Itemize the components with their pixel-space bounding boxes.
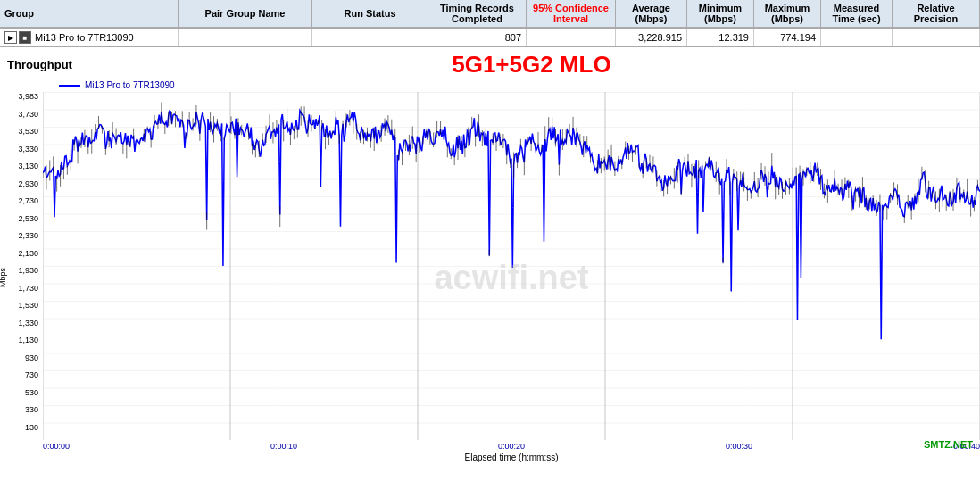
y-tick: 1,930 bbox=[18, 266, 40, 284]
y-tick: 1,730 bbox=[18, 284, 40, 302]
icon-arrow[interactable]: ▶ bbox=[4, 31, 17, 44]
chart-svg-container: acwifi.net bbox=[43, 92, 980, 462]
y-tick: 2,130 bbox=[18, 249, 40, 267]
main-title: 5G1+5G2 MLO bbox=[90, 51, 973, 79]
chart-legend: Mi13 Pro to 7TR13090 bbox=[50, 80, 980, 90]
y-tick-container: 3,9833,7303,5303,3303,1302,9302,7302,530… bbox=[0, 92, 40, 440]
y-tick: 2,930 bbox=[18, 179, 40, 197]
y-tick: 2,730 bbox=[18, 196, 40, 214]
col-header-confidence: 95% Confidence Interval bbox=[527, 0, 616, 28]
x-axis-ticks: 0:00:00 0:00:10 0:00:20 0:00:30 0:00:40 bbox=[43, 442, 980, 451]
data-row: ▶ ■ Mi13 Pro to 7TR13090 807 3,228.915 1… bbox=[0, 29, 980, 47]
svg-rect-1 bbox=[43, 92, 980, 440]
y-tick: 1,330 bbox=[18, 319, 40, 336]
col-header-relative-precision: Relative Precision bbox=[893, 0, 980, 28]
smtz-watermark: SMTZ.NET bbox=[924, 439, 973, 450]
y-tick: 730 bbox=[25, 370, 40, 388]
header-row: Group Pair Group Name Run Status Timing … bbox=[0, 0, 980, 29]
col-header-group: Group bbox=[0, 0, 179, 28]
row-icons: ▶ ■ bbox=[4, 31, 31, 44]
chart-svg bbox=[43, 92, 980, 440]
chart-title-row: Throughput 5G1+5G2 MLO bbox=[0, 47, 980, 79]
y-tick: 330 bbox=[25, 405, 40, 423]
y-tick: 3,983 bbox=[18, 92, 40, 110]
throughput-label: Throughput bbox=[7, 58, 72, 71]
y-tick: 3,130 bbox=[18, 162, 40, 179]
cell-timing-records: 807 bbox=[428, 29, 527, 46]
cell-run-status bbox=[312, 29, 428, 46]
col-header-timing-records: Timing Records Completed bbox=[428, 0, 527, 28]
y-tick: 2,330 bbox=[18, 231, 40, 249]
cell-relative-precision bbox=[893, 29, 980, 46]
x-axis-label: Elapsed time (h:mm:ss) bbox=[43, 452, 980, 462]
col-header-pair-group-name: Pair Group Name bbox=[179, 0, 312, 28]
y-tick: 130 bbox=[25, 423, 40, 441]
x-tick-3: 0:00:30 bbox=[726, 442, 752, 451]
col-header-minimum: Minimum (Mbps) bbox=[687, 0, 754, 28]
cell-pair-group-name bbox=[179, 29, 312, 46]
y-tick: 3,330 bbox=[18, 145, 40, 162]
y-tick: 3,530 bbox=[18, 127, 40, 145]
x-tick-0: 0:00:00 bbox=[43, 442, 70, 451]
y-tick: 930 bbox=[25, 353, 40, 371]
cell-minimum: 12.319 bbox=[687, 29, 754, 46]
y-tick: 3,730 bbox=[18, 110, 40, 128]
y-tick: 1,130 bbox=[18, 336, 40, 353]
legend-item: Mi13 Pro to 7TR13090 bbox=[59, 80, 980, 90]
y-tick: 1,530 bbox=[18, 301, 40, 319]
cell-group-name: ▶ ■ Mi13 Pro to 7TR13090 bbox=[0, 29, 179, 46]
y-tick: 2,530 bbox=[18, 214, 40, 232]
y-tick: 530 bbox=[25, 388, 40, 406]
cell-confidence bbox=[527, 29, 616, 46]
y-axis: Mbps 3,9833,7303,5303,3303,1302,9302,730… bbox=[0, 92, 43, 462]
cell-average: 3,228.915 bbox=[616, 29, 687, 46]
col-header-average: Average (Mbps) bbox=[616, 0, 687, 28]
y-axis-label: Mbps bbox=[0, 267, 7, 286]
chart-area: Throughput 5G1+5G2 MLO Mi13 Pro to 7TR13… bbox=[0, 47, 980, 462]
icon-expand[interactable]: ■ bbox=[19, 31, 31, 44]
col-header-measured-time: Measured Time (sec) bbox=[821, 0, 893, 28]
chart-with-axes: Mbps 3,9833,7303,5303,3303,1302,9302,730… bbox=[0, 92, 980, 462]
legend-text: Mi13 Pro to 7TR13090 bbox=[85, 80, 175, 90]
cell-measured-time bbox=[821, 29, 893, 46]
x-tick-1: 0:00:10 bbox=[270, 442, 297, 451]
cell-maximum: 774.194 bbox=[754, 29, 821, 46]
x-tick-2: 0:00:20 bbox=[498, 442, 525, 451]
col-header-run-status: Run Status bbox=[312, 0, 428, 28]
col-header-maximum: Maximum (Mbps) bbox=[754, 0, 821, 28]
legend-line bbox=[59, 85, 80, 87]
